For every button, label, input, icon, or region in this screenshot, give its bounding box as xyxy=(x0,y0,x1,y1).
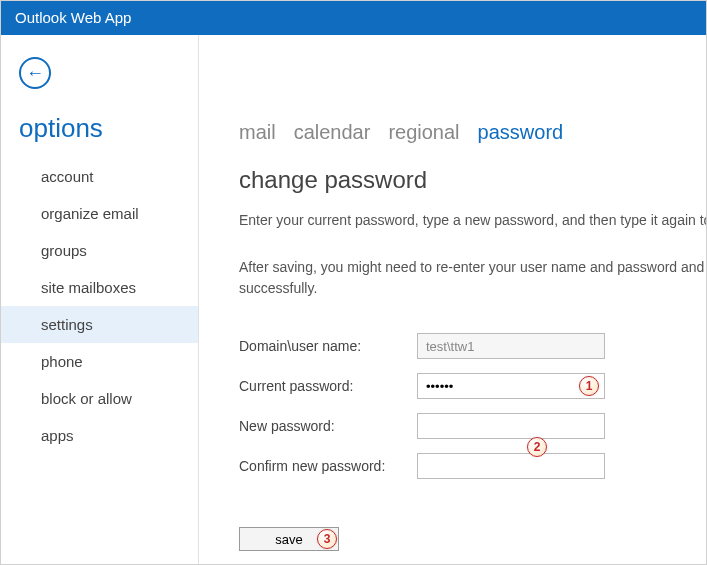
arrow-left-icon: ← xyxy=(26,63,44,84)
back-button[interactable]: ← xyxy=(19,57,51,89)
sidebar-item-organize-email[interactable]: organize email xyxy=(1,195,198,232)
tab-label: mail xyxy=(239,121,276,143)
main-panel: mail calendar regional password change p… xyxy=(199,35,706,564)
tab-label: calendar xyxy=(294,121,371,143)
sidebar: ← options account organize email groups … xyxy=(1,35,199,564)
tab-regional[interactable]: regional xyxy=(388,121,459,144)
tab-password[interactable]: password xyxy=(478,121,564,144)
sidebar-item-block-or-allow[interactable]: block or allow xyxy=(1,380,198,417)
label-domain: Domain\user name: xyxy=(239,338,417,354)
description-2-line2: successfully. xyxy=(239,280,317,296)
label-current-password: Current password: xyxy=(239,378,417,394)
sidebar-item-label: apps xyxy=(41,427,74,444)
sidebar-item-phone[interactable]: phone xyxy=(1,343,198,380)
save-button[interactable]: save xyxy=(239,527,339,551)
tab-calendar[interactable]: calendar xyxy=(294,121,371,144)
label-new-password: New password: xyxy=(239,418,417,434)
sidebar-item-apps[interactable]: apps xyxy=(1,417,198,454)
input-new-password[interactable] xyxy=(417,413,605,439)
content-area: ← options account organize email groups … xyxy=(1,35,706,564)
label-confirm-password: Confirm new password: xyxy=(239,458,417,474)
tab-mail[interactable]: mail xyxy=(239,121,276,144)
sidebar-item-label: groups xyxy=(41,242,87,259)
sidebar-item-label: settings xyxy=(41,316,93,333)
row-new-password: New password: xyxy=(239,413,706,439)
description-1: Enter your current password, type a new … xyxy=(239,210,706,231)
sidebar-item-label: account xyxy=(41,168,94,185)
input-confirm-password[interactable] xyxy=(417,453,605,479)
tab-label: password xyxy=(478,121,564,143)
sidebar-title: options xyxy=(1,113,198,158)
row-confirm-password: Confirm new password: 2 xyxy=(239,453,706,479)
tab-label: regional xyxy=(388,121,459,143)
sidebar-item-groups[interactable]: groups xyxy=(1,232,198,269)
sidebar-item-account[interactable]: account xyxy=(1,158,198,195)
sidebar-item-label: organize email xyxy=(41,205,139,222)
description-2-line1: After saving, you might need to re-enter… xyxy=(239,259,706,275)
sidebar-item-site-mailboxes[interactable]: site mailboxes xyxy=(1,269,198,306)
input-current-password[interactable] xyxy=(417,373,605,399)
sidebar-item-settings[interactable]: settings xyxy=(1,306,198,343)
row-domain: Domain\user name: xyxy=(239,333,706,359)
app-title: Outlook Web App xyxy=(15,9,131,26)
sidebar-item-label: site mailboxes xyxy=(41,279,136,296)
app-titlebar: Outlook Web App xyxy=(1,1,706,35)
row-current-password: Current password: 1 xyxy=(239,373,706,399)
input-domain xyxy=(417,333,605,359)
sidebar-item-label: block or allow xyxy=(41,390,132,407)
tabs: mail calendar regional password xyxy=(239,121,706,144)
save-button-label: save xyxy=(275,532,302,547)
sidebar-item-label: phone xyxy=(41,353,83,370)
page-heading: change password xyxy=(239,166,706,194)
description-2: After saving, you might need to re-enter… xyxy=(239,257,706,299)
